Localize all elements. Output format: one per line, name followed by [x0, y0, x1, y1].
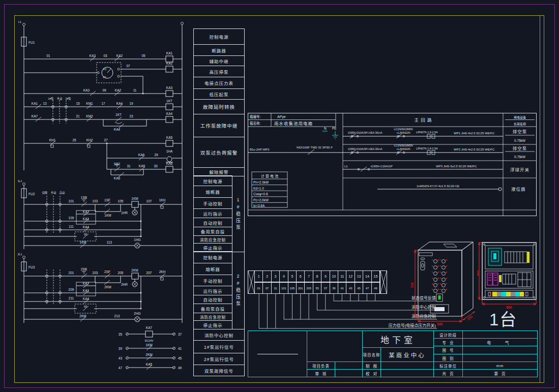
terminal-wire-number: 43: [346, 282, 355, 294]
level-sensor-icon: [498, 188, 502, 191]
function-label: 双泵过负荷报警: [193, 137, 245, 168]
function-label: 断路器: [193, 44, 245, 56]
terminal-wire-number: 41: [338, 282, 346, 294]
function-label: 1#泵运行信号: [193, 340, 245, 353]
incoming-breaker: NSX100F TMD 32 3P3D F: [297, 146, 333, 149]
terminal-wire-number: 01: [254, 282, 263, 294]
function-label: 运行指示: [193, 286, 232, 295]
ladder-label: 2KM: [131, 268, 138, 272]
terminal-wire-number: 45: [355, 282, 363, 294]
function-label: 低压起泵: [193, 88, 245, 100]
load-header-line2: 负荷名称: [514, 122, 526, 126]
terminal-number: 4: [279, 270, 288, 282]
cabinet-depth-dim: 250: [466, 315, 473, 321]
ladder-label: 209: [69, 288, 74, 291]
calc-row: Kd=1.0: [253, 187, 264, 190]
ladder-label: KA2: [166, 62, 173, 65]
ladder-label: 47: [119, 366, 123, 370]
ladder-label: 1KT: [166, 99, 172, 103]
page-no-value: 第 页: [462, 369, 538, 377]
ladder-label: 41: [178, 347, 182, 350]
drawing-type-value: [462, 354, 538, 362]
mccb-device: [488, 248, 502, 265]
load1-name: 排空泵: [513, 129, 527, 134]
load4-name: 液位器: [511, 187, 526, 192]
function-label: 故障延时转换: [193, 99, 245, 114]
terminal-end-block: [248, 270, 255, 294]
terminal-block-row: [488, 292, 528, 296]
ladder-label: 2HG: [134, 312, 140, 315]
ladder-label: 1KM: [131, 197, 138, 200]
ladder-label: KA7: [83, 282, 90, 285]
ladder-label: 31: [127, 164, 131, 168]
ladder-label: SF: [84, 305, 87, 308]
ladder-label: 1SF: [104, 198, 110, 202]
ladder-label: 105: [118, 199, 124, 203]
terminal-wire-number: 47: [363, 282, 371, 294]
branch1-cable: WP1 JHS-4x2.5 SC25 WE/FC: [454, 132, 495, 135]
function-label: 熔断器: [193, 263, 232, 275]
terminal-number: 10: [330, 270, 338, 282]
function-label: 高压停泵: [193, 66, 245, 77]
ladder-label: KA5: [139, 164, 145, 168]
function-label: 手动控制: [193, 197, 232, 209]
main-circuit-header: 主 回 路: [414, 117, 432, 123]
terminal-wire-number: 39: [330, 282, 338, 294]
ladder-label: KM2: [86, 114, 93, 118]
terminal-number: 8: [313, 270, 321, 282]
calc-title: 计 算 电 流: [261, 174, 278, 178]
ladder-label: KA6: [166, 162, 173, 165]
terminal-wire-number: 35: [313, 282, 321, 294]
ladder-label: KA6: [138, 153, 145, 157]
ladder-label: 113: [107, 240, 112, 244]
contactor-row: [487, 273, 531, 287]
title-block: 项目负责 审 核 地下室 项目名称 某商业中心 制 图 校 对 设计阶段 专 业…: [248, 330, 538, 377]
function-label: 控制电源: [193, 28, 245, 45]
signature-cell: [248, 330, 307, 377]
box-name-label: 箱名称:: [250, 121, 261, 126]
ladder-label: KA5: [166, 136, 173, 139]
project-lead-value: [335, 361, 363, 370]
cabinet-3d-view: 700 600 250: [411, 237, 480, 335]
ladder-label: 33: [154, 164, 158, 168]
incoming-circuit: B1o-2AP:WP2: [250, 148, 270, 151]
mcb-row: [505, 252, 529, 263]
pump1-function-group: 控制电源 熔断器 手动控制 运行指示 自动控制 备用泵自投 消防应急控制 停止指…: [193, 176, 245, 252]
ladder-label: 17: [101, 102, 105, 105]
function-label: 备用泵自投: [193, 227, 232, 236]
ladder-label: KH1: [49, 138, 56, 142]
ladder-label: SF: [84, 233, 87, 236]
design-stage-value: [462, 330, 538, 339]
ladder-label: 2KM: [79, 314, 86, 318]
single-line-diagram: 箱编号: APye 箱名称: 雨水收集池用电箱 主 回 路 用电设备 负荷名称 …: [248, 113, 537, 216]
ladder-label: KA7: [83, 210, 90, 214]
terminal-wire-number: 205: [304, 282, 313, 294]
drawing-title: 地下室: [362, 330, 434, 348]
function-label: 停止指示: [193, 320, 232, 329]
terminal-row-top: 123456789101112131415: [255, 270, 380, 282]
ladder-label: KA1: [83, 289, 90, 292]
terminal-end-block: [380, 270, 387, 294]
alarm-bell-icon: [167, 157, 172, 162]
ladder-label: KA3: [166, 86, 173, 89]
ladder-label: 1SB: [81, 196, 87, 199]
terminal-number: 6: [296, 270, 305, 282]
function-label: 控制电源: [193, 251, 232, 263]
terminal-number: 12: [346, 270, 355, 282]
terminal-wire-number: 11: [271, 282, 280, 294]
ladder-label: KA1: [83, 217, 90, 221]
terminal-strip: 123456789101112131415 010711101105201205…: [248, 270, 387, 294]
terminal-number: 1: [254, 270, 263, 282]
ladder-label: 自动: [60, 191, 65, 195]
drawing-type-label: 图 别: [433, 354, 463, 362]
branch3-breaker: iC65N-C16A/1P: [371, 165, 393, 168]
checked-by-value: [380, 369, 434, 377]
terminal-number: 3: [271, 270, 280, 282]
terminal-number: 9: [321, 270, 330, 282]
ladder-label: KA4: [116, 102, 123, 105]
ladder-label: 39: [119, 347, 123, 350]
function-label: 运行指示: [193, 208, 232, 218]
ladder-label: 01: [46, 54, 50, 57]
ladder-label: KA2: [115, 88, 122, 92]
function-label: 消防应急控制: [193, 313, 232, 321]
